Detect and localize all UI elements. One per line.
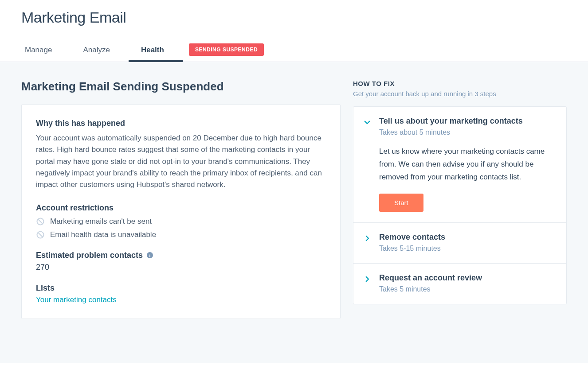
step-1: Tell us about your marketing contacts Ta…: [353, 107, 566, 223]
restrictions-list: Marketing emails can't be sent Email hea…: [36, 217, 326, 239]
step-2-title-wrap: Remove contacts Takes 5-15 minutes: [379, 233, 556, 253]
header-area: Marketing Email Manage Analyze Health SE…: [0, 0, 588, 62]
left-column: Marketing Email Sending Suspended Why th…: [21, 80, 341, 350]
svg-text:i: i: [149, 253, 151, 258]
restriction-item: Email health data is unavailable: [36, 230, 326, 239]
ban-icon: [36, 217, 45, 226]
details-card: Why this has happened Your account was a…: [21, 104, 341, 319]
step-1-desc: Let us know where your marketing contact…: [379, 145, 556, 184]
estimated-label: Estimated problem contacts: [36, 251, 143, 260]
restriction-item: Marketing emails can't be sent: [36, 217, 326, 226]
start-button[interactable]: Start: [379, 194, 423, 212]
step-1-duration: Takes about 5 minutes: [379, 128, 556, 136]
why-heading: Why this has happened: [36, 119, 326, 128]
estimated-row: Estimated problem contacts i: [36, 251, 326, 260]
right-column: HOW TO FIX Get your account back up and …: [353, 80, 567, 350]
page-title: Marketing Email: [21, 9, 567, 26]
step-2-duration: Takes 5-15 minutes: [379, 245, 556, 253]
why-body: Your account was automatically suspended…: [36, 132, 326, 191]
step-1-title-wrap: Tell us about your marketing contacts Ta…: [379, 117, 556, 136]
suspended-heading: Marketing Email Sending Suspended: [21, 80, 341, 93]
svg-line-1: [38, 219, 43, 224]
chevron-right-icon: [363, 234, 371, 242]
tabs-row: Manage Analyze Health SENDING SUSPENDED: [0, 39, 588, 62]
step-2-header[interactable]: Remove contacts Takes 5-15 minutes: [363, 233, 556, 253]
howto-sub: Get your account back up and running in …: [353, 90, 567, 97]
tab-manage[interactable]: Manage: [21, 39, 62, 62]
tab-analyze[interactable]: Analyze: [79, 39, 119, 62]
estimated-value: 270: [36, 263, 326, 272]
step-3-title-wrap: Request an account review Takes 5 minute…: [379, 273, 556, 293]
status-badge: SENDING SUSPENDED: [189, 43, 264, 56]
tab-health[interactable]: Health: [137, 39, 174, 62]
step-1-body: Let us know where your marketing contact…: [379, 145, 556, 212]
step-1-title: Tell us about your marketing contacts: [379, 117, 556, 126]
restriction-text: Marketing emails can't be sent: [50, 217, 152, 226]
ban-icon: [36, 230, 45, 239]
step-3-title: Request an account review: [379, 273, 556, 283]
chevron-right-icon: [363, 275, 371, 283]
steps-card: Tell us about your marketing contacts Ta…: [353, 106, 567, 304]
marketing-contacts-link[interactable]: Your marketing contacts: [36, 295, 117, 304]
howto-heading: HOW TO FIX: [353, 80, 567, 87]
restriction-text: Email health data is unavailable: [50, 230, 156, 239]
step-3-duration: Takes 5 minutes: [379, 285, 556, 293]
step-1-header[interactable]: Tell us about your marketing contacts Ta…: [363, 117, 556, 136]
restrictions-heading: Account restrictions: [36, 203, 326, 213]
info-icon[interactable]: i: [146, 252, 153, 259]
step-3-header[interactable]: Request an account review Takes 5 minute…: [363, 273, 556, 293]
step-2: Remove contacts Takes 5-15 minutes: [353, 223, 566, 264]
svg-line-3: [38, 233, 43, 237]
step-3: Request an account review Takes 5 minute…: [353, 264, 566, 304]
step-2-title: Remove contacts: [379, 233, 556, 242]
content-area: Marketing Email Sending Suspended Why th…: [0, 62, 588, 363]
chevron-down-icon: [363, 118, 371, 126]
lists-label: Lists: [36, 284, 326, 293]
